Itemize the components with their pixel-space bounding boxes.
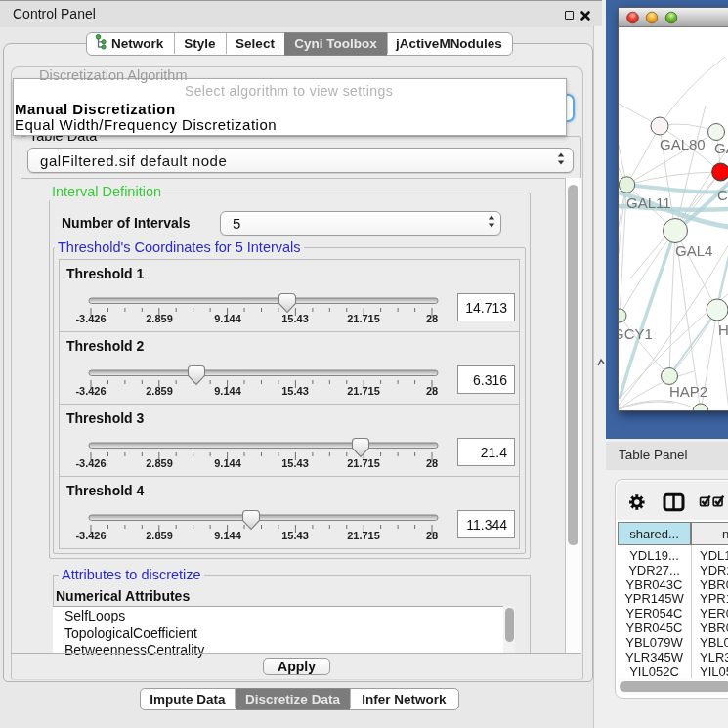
svg-text:HAP2: HAP2	[669, 383, 707, 400]
svg-text:GAL4: GAL4	[675, 242, 712, 259]
svg-text:GAL80: GAL80	[660, 136, 706, 152]
svg-text:GA: GA	[714, 140, 728, 156]
svg-text:GAL11: GAL11	[626, 194, 671, 211]
svg-text:H: H	[718, 321, 728, 338]
svg-text:C: C	[717, 187, 728, 203]
svg-text:GCY1: GCY1	[619, 325, 653, 342]
